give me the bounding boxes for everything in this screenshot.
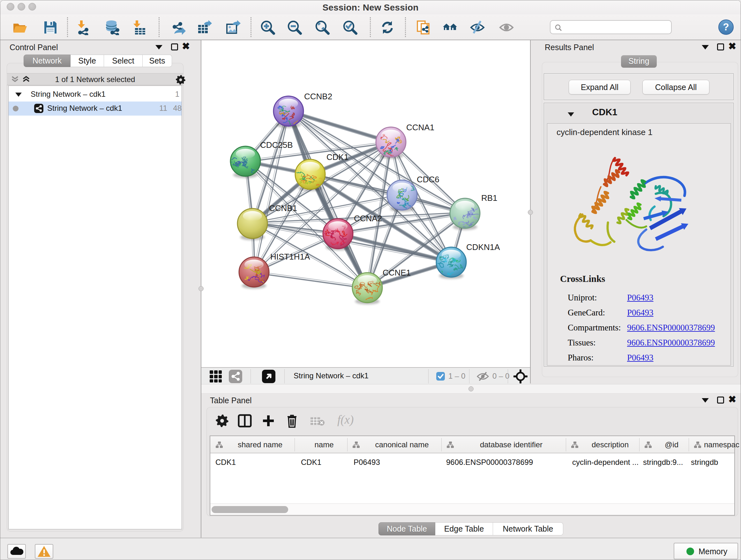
memory-button[interactable]: Memory: [674, 543, 738, 559]
node-label-CCNE1[interactable]: CCNE1: [383, 268, 411, 277]
tab-network[interactable]: Network: [23, 55, 71, 67]
table-cell[interactable]: P06493: [354, 458, 380, 467]
network-collection-row[interactable]: String Network – cdk1 1: [9, 87, 182, 102]
network-edges[interactable]: [245, 110, 466, 289]
birdseye-grid-icon[interactable]: [209, 370, 222, 383]
table-cell[interactable]: stringdb:9...: [643, 458, 683, 467]
column-divider[interactable]: [294, 438, 295, 451]
column-header-database-identifier[interactable]: database identifier: [457, 440, 566, 449]
zoom-selected-icon[interactable]: [342, 20, 358, 35]
table-panel-close-icon[interactable]: ✖: [728, 396, 736, 403]
crosshair-icon[interactable]: [514, 369, 528, 383]
table-gear-icon[interactable]: [215, 414, 229, 428]
control-panel-close-icon[interactable]: ✖: [182, 43, 190, 50]
node-label-HIST1H1A[interactable]: HIST1H1A: [270, 252, 310, 261]
column-header-shared-name[interactable]: shared name: [226, 440, 294, 449]
node-label-CDC25B[interactable]: CDC25B: [260, 140, 293, 150]
node-label-RB1[interactable]: RB1: [481, 193, 497, 203]
network-node-CCNA1[interactable]: [376, 127, 406, 159]
import-network-file-icon[interactable]: [76, 20, 91, 35]
copy-style-icon[interactable]: [416, 20, 431, 35]
search-input[interactable]: [565, 21, 667, 33]
tab-sets[interactable]: Sets: [143, 55, 172, 67]
table-cell[interactable]: cyclin-dependent ...: [572, 458, 638, 467]
network-node-HIST1H1A[interactable]: [239, 257, 269, 289]
control-panel-float-icon[interactable]: [171, 44, 178, 52]
column-divider[interactable]: [566, 438, 566, 451]
table-cell[interactable]: stringdb: [691, 458, 718, 467]
network-node-CCNB2[interactable]: [273, 96, 304, 130]
save-session-icon[interactable]: [43, 20, 58, 35]
crosslink-value-link[interactable]: P06493: [627, 353, 654, 363]
control-panel-menu-icon[interactable]: [155, 45, 162, 51]
column-divider[interactable]: [441, 438, 442, 451]
table-panel-menu-icon[interactable]: [702, 398, 709, 404]
gear-icon[interactable]: [176, 75, 186, 85]
network-canvas[interactable]: CCNB2CCNA1CDC25BCDK1CDC6RB1CCNB1CCNA2CDK…: [201, 40, 530, 367]
warning-button[interactable]: [35, 544, 53, 559]
node-label-CDKN1A[interactable]: CDKN1A: [466, 242, 500, 252]
node-label-CCNA2[interactable]: CCNA2: [354, 213, 382, 223]
column-header-canonical-name[interactable]: canonical name: [362, 440, 441, 449]
open-session-icon[interactable]: [12, 20, 28, 35]
table-cell[interactable]: 9606.ENSP00000378699: [446, 458, 533, 467]
tree-expander-icon[interactable]: [15, 91, 22, 98]
column-header--id[interactable]: @id: [655, 440, 689, 449]
column-divider[interactable]: [347, 438, 347, 451]
open-in-window-button[interactable]: [262, 370, 275, 383]
column-divider[interactable]: [689, 438, 689, 451]
results-panel-close-icon[interactable]: ✖: [728, 43, 736, 50]
show-all-icon[interactable]: [499, 20, 514, 35]
node-label-CCNB1[interactable]: CCNB1: [269, 203, 297, 213]
collapse-all-button[interactable]: Collapse All: [643, 80, 710, 95]
results-panel-menu-icon[interactable]: [702, 45, 709, 51]
table-delete-icon[interactable]: [286, 414, 298, 428]
import-table-icon[interactable]: [131, 20, 146, 35]
table-horizontal-scrollbar[interactable]: [210, 503, 734, 515]
tab-string[interactable]: String: [621, 55, 657, 68]
cloud-button[interactable]: [7, 544, 26, 559]
right-splitter-handle[interactable]: [528, 210, 533, 215]
tab-network-table[interactable]: Network Table: [493, 522, 563, 536]
crosslink-value-link[interactable]: 9606.ENSP00000378699: [627, 338, 715, 348]
crosslink-value-link[interactable]: P06493: [627, 293, 654, 303]
export-network-icon[interactable]: [171, 20, 186, 35]
export-image-icon[interactable]: [226, 20, 241, 35]
search-field[interactable]: [550, 20, 672, 34]
zoom-fit-icon[interactable]: [315, 20, 330, 35]
table-panel-float-icon[interactable]: [717, 396, 724, 405]
column-header-namespac[interactable]: namespac: [704, 440, 736, 449]
table-cell[interactable]: CDK1: [301, 458, 321, 467]
refresh-icon[interactable]: [380, 20, 395, 35]
node-label-CDK1[interactable]: CDK1: [327, 152, 348, 162]
node-label-CCNA1[interactable]: CCNA1: [406, 123, 434, 132]
delete-table-icon[interactable]: [310, 416, 325, 426]
column-header-description[interactable]: description: [581, 440, 639, 449]
tab-edge-table[interactable]: Edge Table: [435, 522, 493, 536]
help-button[interactable]: ?: [718, 19, 734, 35]
expand-all-button[interactable]: Expand All: [569, 80, 630, 95]
table-add-icon[interactable]: [261, 414, 275, 428]
first-neighbors-icon[interactable]: [442, 20, 458, 35]
zoom-out-icon[interactable]: [287, 20, 302, 35]
hide-selected-icon[interactable]: [470, 20, 485, 35]
network-row-selected[interactable]: String Network – cdk1 11 48: [9, 102, 182, 116]
table-cell[interactable]: CDK1: [215, 458, 236, 467]
function-builder-icon[interactable]: f(x): [337, 413, 354, 427]
node-label-CDC6[interactable]: CDC6: [417, 175, 440, 184]
node-label-CCNB2[interactable]: CCNB2: [304, 91, 332, 101]
crosslink-value-link[interactable]: P06493: [627, 308, 654, 318]
table-columns-icon[interactable]: [238, 414, 252, 428]
share-network-button[interactable]: [229, 370, 242, 383]
export-table-icon[interactable]: [197, 20, 212, 35]
zoom-in-icon[interactable]: [260, 20, 275, 35]
network-node-CDKN1A[interactable]: [435, 247, 466, 279]
tab-style[interactable]: Style: [71, 55, 104, 67]
tab-node-table[interactable]: Node Table: [379, 522, 435, 536]
entry-name[interactable]: CDK1: [573, 107, 636, 118]
column-header-name[interactable]: name: [301, 440, 347, 449]
results-panel-float-icon[interactable]: [717, 44, 724, 52]
tab-select[interactable]: Select: [104, 55, 143, 67]
column-divider[interactable]: [639, 438, 639, 451]
import-network-database-icon[interactable]: [105, 20, 120, 35]
